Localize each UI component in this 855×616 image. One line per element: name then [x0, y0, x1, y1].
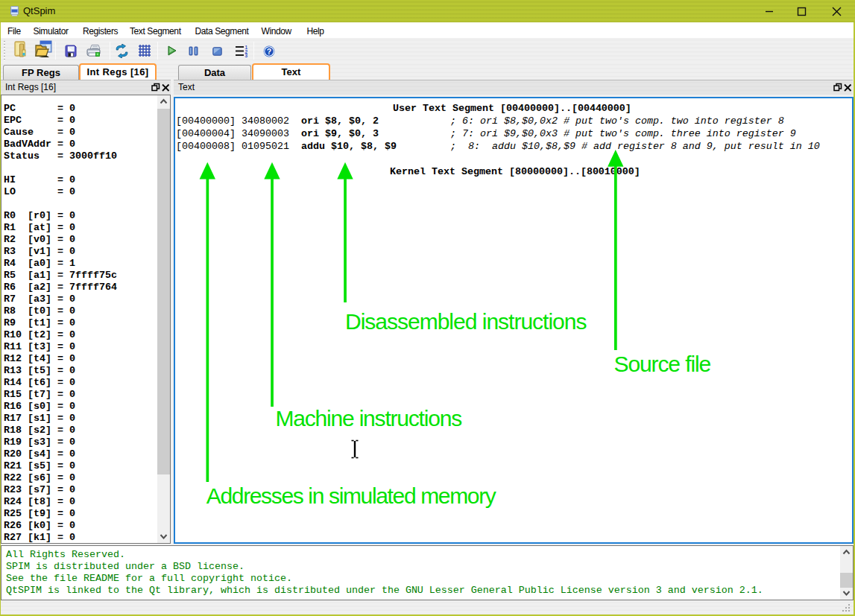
svg-text:3: 3	[245, 53, 248, 57]
svg-text:?: ?	[267, 47, 271, 56]
